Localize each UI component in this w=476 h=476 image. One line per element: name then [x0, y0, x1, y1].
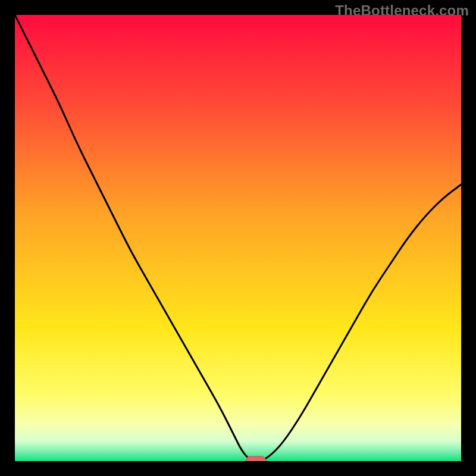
chart-frame: TheBottleneck.com	[0, 0, 476, 476]
gradient-plot-area	[15, 15, 461, 461]
bottleneck-chart	[15, 15, 461, 461]
minimum-marker	[246, 456, 266, 461]
